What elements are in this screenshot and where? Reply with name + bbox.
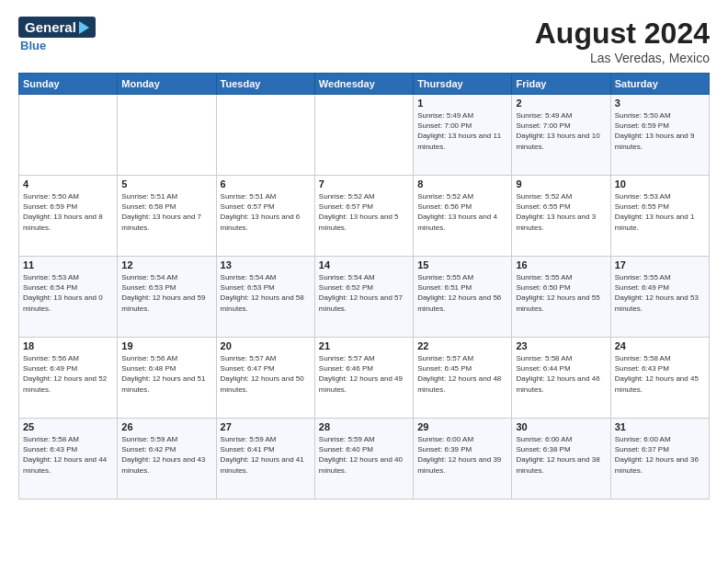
day-detail: Sunrise: 5:54 AMSunset: 6:52 PMDaylight:…: [319, 272, 409, 314]
week-row-5: 25 Sunrise: 5:58 AMSunset: 6:43 PMDaylig…: [19, 419, 710, 500]
day-cell: [118, 95, 216, 176]
day-detail: Sunrise: 5:50 AMSunset: 6:59 PMDaylight:…: [23, 191, 113, 233]
day-cell: 8 Sunrise: 5:52 AMSunset: 6:56 PMDayligh…: [414, 176, 512, 257]
day-number: 22: [417, 340, 507, 351]
day-cell: 3 Sunrise: 5:50 AMSunset: 6:59 PMDayligh…: [610, 95, 709, 176]
title-block: August 2024 Las Veredas, Mexico: [535, 17, 710, 65]
day-detail: Sunrise: 5:50 AMSunset: 6:59 PMDaylight:…: [615, 110, 705, 152]
day-cell: 16 Sunrise: 5:55 AMSunset: 6:50 PMDaylig…: [512, 257, 610, 338]
week-row-3: 11 Sunrise: 5:53 AMSunset: 6:54 PMDaylig…: [19, 257, 710, 338]
day-detail: Sunrise: 5:53 AMSunset: 6:54 PMDaylight:…: [23, 272, 113, 314]
day-cell: 4 Sunrise: 5:50 AMSunset: 6:59 PMDayligh…: [19, 176, 118, 257]
day-number: 8: [417, 178, 507, 190]
day-cell: 9 Sunrise: 5:52 AMSunset: 6:55 PMDayligh…: [512, 176, 610, 257]
day-number: 21: [319, 340, 409, 351]
col-monday: Monday: [118, 74, 216, 95]
day-cell: 22 Sunrise: 5:57 AMSunset: 6:45 PMDaylig…: [414, 338, 512, 419]
day-cell: 20 Sunrise: 5:57 AMSunset: 6:47 PMDaylig…: [216, 338, 314, 419]
day-detail: Sunrise: 5:58 AMSunset: 6:43 PMDaylight:…: [615, 353, 705, 395]
day-number: 27: [221, 421, 311, 432]
week-row-4: 18 Sunrise: 5:56 AMSunset: 6:49 PMDaylig…: [19, 338, 710, 419]
logo-blue: Blue: [20, 39, 46, 52]
page: General Blue August 2024 Las Veredas, Me…: [0, 0, 728, 563]
week-row-2: 4 Sunrise: 5:50 AMSunset: 6:59 PMDayligh…: [19, 176, 710, 257]
day-detail: Sunrise: 5:56 AMSunset: 6:49 PMDaylight:…: [23, 353, 113, 395]
day-cell: 10 Sunrise: 5:53 AMSunset: 6:55 PMDaylig…: [610, 176, 709, 257]
day-number: 1: [417, 98, 507, 109]
day-cell: [216, 95, 314, 176]
col-saturday: Saturday: [610, 74, 709, 95]
day-cell: [314, 95, 413, 176]
day-number: 18: [23, 340, 113, 351]
day-cell: 28 Sunrise: 5:59 AMSunset: 6:40 PMDaylig…: [314, 419, 413, 500]
day-detail: Sunrise: 5:55 AMSunset: 6:51 PMDaylight:…: [417, 272, 507, 314]
day-number: 20: [221, 340, 311, 351]
day-number: 10: [615, 178, 705, 190]
day-cell: 15 Sunrise: 5:55 AMSunset: 6:51 PMDaylig…: [414, 257, 512, 338]
day-detail: Sunrise: 5:51 AMSunset: 6:58 PMDaylight:…: [121, 191, 211, 233]
day-number: 7: [319, 178, 409, 190]
day-cell: 21 Sunrise: 5:57 AMSunset: 6:46 PMDaylig…: [314, 338, 413, 419]
day-detail: Sunrise: 5:58 AMSunset: 6:44 PMDaylight:…: [516, 353, 606, 395]
col-tuesday: Tuesday: [216, 74, 314, 95]
day-number: 29: [417, 421, 507, 432]
week-row-1: 1 Sunrise: 5:49 AMSunset: 7:00 PMDayligh…: [19, 95, 710, 176]
day-cell: 25 Sunrise: 5:58 AMSunset: 6:43 PMDaylig…: [19, 419, 118, 500]
day-cell: 27 Sunrise: 5:59 AMSunset: 6:41 PMDaylig…: [216, 419, 314, 500]
month-year: August 2024: [535, 17, 710, 51]
day-detail: Sunrise: 5:57 AMSunset: 6:45 PMDaylight:…: [417, 353, 507, 395]
day-number: 12: [121, 259, 211, 270]
logo: General Blue: [18, 17, 96, 52]
day-detail: Sunrise: 5:49 AMSunset: 7:00 PMDaylight:…: [516, 110, 606, 152]
col-friday: Friday: [512, 74, 610, 95]
day-cell: 2 Sunrise: 5:49 AMSunset: 7:00 PMDayligh…: [512, 95, 610, 176]
day-number: 19: [121, 340, 211, 351]
day-detail: Sunrise: 5:58 AMSunset: 6:43 PMDaylight:…: [23, 434, 113, 476]
logo-general: General: [25, 19, 76, 35]
day-cell: 14 Sunrise: 5:54 AMSunset: 6:52 PMDaylig…: [314, 257, 413, 338]
day-number: 11: [23, 259, 113, 270]
day-number: 13: [221, 259, 311, 270]
day-number: 30: [516, 421, 606, 432]
day-number: 28: [319, 421, 409, 432]
day-number: 25: [23, 421, 113, 432]
day-detail: Sunrise: 5:56 AMSunset: 6:48 PMDaylight:…: [121, 353, 211, 395]
day-cell: 24 Sunrise: 5:58 AMSunset: 6:43 PMDaylig…: [610, 338, 709, 419]
day-cell: 19 Sunrise: 5:56 AMSunset: 6:48 PMDaylig…: [118, 338, 216, 419]
header-row: Sunday Monday Tuesday Wednesday Thursday…: [19, 74, 710, 95]
col-wednesday: Wednesday: [314, 74, 413, 95]
day-number: 15: [417, 259, 507, 270]
day-detail: Sunrise: 5:54 AMSunset: 6:53 PMDaylight:…: [121, 272, 211, 314]
day-detail: Sunrise: 6:00 AMSunset: 6:38 PMDaylight:…: [516, 434, 606, 476]
day-detail: Sunrise: 5:53 AMSunset: 6:55 PMDaylight:…: [615, 191, 705, 233]
day-number: 16: [516, 259, 606, 270]
day-number: 24: [615, 340, 705, 351]
day-number: 26: [121, 421, 211, 432]
day-detail: Sunrise: 5:57 AMSunset: 6:47 PMDaylight:…: [221, 353, 311, 395]
day-detail: Sunrise: 5:57 AMSunset: 6:46 PMDaylight:…: [319, 353, 409, 395]
day-cell: 30 Sunrise: 6:00 AMSunset: 6:38 PMDaylig…: [512, 419, 610, 500]
day-number: 14: [319, 259, 409, 270]
day-cell: 5 Sunrise: 5:51 AMSunset: 6:58 PMDayligh…: [118, 176, 216, 257]
calendar-table: Sunday Monday Tuesday Wednesday Thursday…: [18, 73, 710, 500]
day-number: 9: [516, 178, 606, 190]
day-cell: 31 Sunrise: 6:00 AMSunset: 6:37 PMDaylig…: [610, 419, 709, 500]
day-cell: 26 Sunrise: 5:59 AMSunset: 6:42 PMDaylig…: [118, 419, 216, 500]
day-number: 2: [516, 98, 606, 109]
day-cell: 6 Sunrise: 5:51 AMSunset: 6:57 PMDayligh…: [216, 176, 314, 257]
day-cell: 12 Sunrise: 5:54 AMSunset: 6:53 PMDaylig…: [118, 257, 216, 338]
day-number: 3: [615, 98, 705, 109]
day-detail: Sunrise: 5:52 AMSunset: 6:56 PMDaylight:…: [417, 191, 507, 233]
day-cell: 17 Sunrise: 5:55 AMSunset: 6:49 PMDaylig…: [610, 257, 709, 338]
day-number: 17: [615, 259, 705, 270]
day-number: 23: [516, 340, 606, 351]
day-cell: 18 Sunrise: 5:56 AMSunset: 6:49 PMDaylig…: [19, 338, 118, 419]
day-number: 31: [615, 421, 705, 432]
day-detail: Sunrise: 5:51 AMSunset: 6:57 PMDaylight:…: [221, 191, 311, 233]
col-thursday: Thursday: [414, 74, 512, 95]
day-number: 4: [23, 178, 113, 190]
day-detail: Sunrise: 5:59 AMSunset: 6:41 PMDaylight:…: [221, 434, 311, 476]
day-detail: Sunrise: 5:54 AMSunset: 6:53 PMDaylight:…: [221, 272, 311, 314]
day-cell: 7 Sunrise: 5:52 AMSunset: 6:57 PMDayligh…: [314, 176, 413, 257]
day-detail: Sunrise: 5:59 AMSunset: 6:42 PMDaylight:…: [121, 434, 211, 476]
